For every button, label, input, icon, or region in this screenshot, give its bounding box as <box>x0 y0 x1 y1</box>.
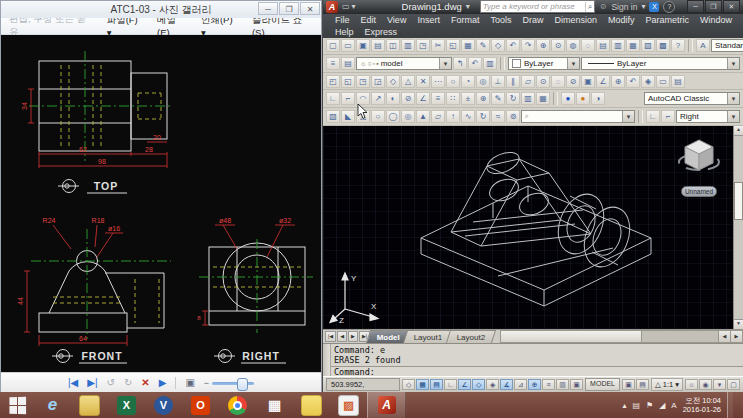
horizontal-scrollbar[interactable]: ◀ ▶ <box>500 330 743 343</box>
tab-first[interactable]: |◀ <box>325 331 336 342</box>
zoom-realtime-icon[interactable]: ⊙ <box>551 39 565 52</box>
snap-center-icon[interactable]: ○ <box>446 75 460 88</box>
status-menu-arrow[interactable]: ▾ <box>713 379 726 390</box>
actual-size-button[interactable]: ▣ <box>185 378 194 388</box>
qat-dropdown[interactable]: ▾ <box>352 2 356 11</box>
tool-palettes-icon[interactable]: ▦ <box>626 39 640 52</box>
chevron-down-icon[interactable]: ▼ <box>439 58 451 69</box>
snap-node-icon[interactable]: ⊙ <box>536 75 550 88</box>
solid-cylinder-icon[interactable]: ◯ <box>386 110 400 123</box>
menu-file[interactable]: File <box>335 15 350 25</box>
draw-order-front-icon[interactable]: ◰ <box>326 75 340 88</box>
signin-arrow-icon[interactable]: ▾ <box>641 2 645 11</box>
draw-order-above-icon[interactable]: ◳ <box>356 75 370 88</box>
menu-modify[interactable]: Modify <box>608 15 635 25</box>
dim-diameter-icon[interactable]: ⊘ <box>401 92 415 105</box>
next-button[interactable]: ▶| <box>87 378 97 388</box>
polysolid-icon[interactable]: ▱ <box>431 110 445 123</box>
minimize-button[interactable]: ─ <box>687 0 704 13</box>
menu-draw[interactable]: Draw <box>522 15 543 25</box>
layer-make-current-icon[interactable]: ↰ <box>453 57 467 70</box>
copy-clip-icon[interactable]: ◱ <box>446 39 460 52</box>
snap-tangent-icon[interactable]: ◎ <box>476 75 490 88</box>
signin-link[interactable]: Sign in <box>611 2 637 12</box>
tray-network[interactable]: ◢ <box>659 401 665 410</box>
sweep-icon[interactable]: ∿ <box>461 110 475 123</box>
match-properties-icon[interactable]: ✎ <box>476 39 490 52</box>
menu-express[interactable]: Express <box>365 27 398 37</box>
ucs-previous-icon[interactable]: ↶ <box>626 75 640 88</box>
block-editor-icon[interactable]: ◇ <box>491 39 505 52</box>
zoom-slider-handle[interactable] <box>237 378 248 391</box>
model-space-canvas[interactable]: Unnamed Y X Z ▲ ▼ <box>323 126 743 330</box>
taskbar-clock[interactable]: 오전 10:04 2016-01-26 <box>683 396 721 414</box>
solid-pyramid-icon[interactable]: ▲ <box>416 110 430 123</box>
snap-perpendicular-icon[interactable]: ⊥ <box>491 75 505 88</box>
scrollbar-thumb[interactable] <box>734 182 743 220</box>
taskbar-hwp[interactable]: ▨ <box>330 392 367 418</box>
save-icon[interactable]: ▣ <box>356 39 370 52</box>
layer-combo[interactable]: ☼○▫▪ model ▼ <box>356 57 452 70</box>
extrude-icon[interactable]: ↑ <box>446 110 460 123</box>
close-button[interactable]: ✕ <box>300 2 320 15</box>
dim-leader-icon[interactable]: ↗ <box>371 92 385 105</box>
status-model-space[interactable]: ▣ <box>622 379 635 390</box>
tab-layout2[interactable]: Layout2 <box>445 330 496 343</box>
menu-insert[interactable]: Insert <box>417 15 440 25</box>
hscrollbar-thumb[interactable] <box>501 331 642 342</box>
materials-icon[interactable]: ◑ <box>591 92 605 105</box>
rotate-right-button[interactable]: ↻ <box>124 378 132 388</box>
style-combo[interactable]: Standard ▼ <box>711 39 743 52</box>
dim-update-icon[interactable]: ↻ <box>506 92 520 105</box>
viewcube[interactable]: Unnamed <box>671 136 727 198</box>
view-ucs-1-icon[interactable]: ∟ <box>646 110 660 123</box>
snap-extension-icon[interactable]: ⋯ <box>431 75 445 88</box>
tab-prev[interactable]: ◀ <box>337 331 347 342</box>
layer-properties-icon[interactable]: ≡ <box>326 57 340 70</box>
new-icon[interactable]: ▢ <box>326 39 340 52</box>
minimize-button[interactable]: ─ <box>258 2 278 15</box>
zoom-slider-track[interactable] <box>212 382 254 385</box>
dim-continue-icon[interactable]: ∷ <box>446 92 460 105</box>
tray-ime[interactable]: A <box>671 401 676 410</box>
zoom-slider[interactable]: − <box>204 379 254 388</box>
start-button[interactable] <box>0 392 34 418</box>
publish-icon[interactable]: ▥ <box>401 39 415 52</box>
taskbar-chrome[interactable] <box>219 392 256 418</box>
chevron-down-icon[interactable]: ▾ <box>675 380 679 390</box>
snap-midpoint-icon[interactable]: △ <box>401 75 415 88</box>
gallery-titlebar[interactable]: ATC1-03 - 사진 갤러리 ─ ❐ ✕ <box>1 1 321 18</box>
layer-states-icon[interactable]: ▤ <box>341 57 355 70</box>
maximize-button[interactable]: ❐ <box>279 2 299 15</box>
zoom-window-icon[interactable]: ◍ <box>566 39 580 52</box>
dim-linear-icon[interactable]: ∟ <box>326 92 340 105</box>
toggle-snap[interactable]: ▦ <box>416 379 429 390</box>
paste-icon[interactable]: ▦ <box>461 39 475 52</box>
menu-tools[interactable]: Tools <box>490 15 511 25</box>
layer-isolate-icon[interactable]: ▥ <box>483 57 497 70</box>
scroll-right-icon[interactable]: ▶ <box>730 331 742 342</box>
dim-tolerance-icon[interactable]: ± <box>461 92 475 105</box>
plot-icon[interactable]: ▤ <box>371 39 385 52</box>
scroll-down-icon[interactable]: ▼ <box>734 319 743 329</box>
autocad-titlebar[interactable]: A ▭▾ Drawing1.dwg ▾ ⌕ ☺ Sign in ▾ X ? ─ … <box>323 0 743 14</box>
dim-style-icon[interactable]: ▥ <box>521 92 535 105</box>
taskbar-office[interactable]: O <box>182 392 219 418</box>
ucs-icon[interactable]: ∠ <box>596 75 610 88</box>
pan-icon[interactable]: ⊕ <box>536 39 550 52</box>
taskbar-ie[interactable]: e <box>34 392 71 418</box>
toggle-tpy[interactable]: ▥ <box>556 379 569 390</box>
tab-next[interactable]: ▶ <box>348 331 358 342</box>
dim-quick-icon[interactable]: ≡ <box>431 92 445 105</box>
union-icon[interactable]: ⊚ <box>506 110 520 123</box>
chevron-down-icon[interactable]: ▼ <box>727 58 739 69</box>
osnap-settings-icon[interactable]: ▣ <box>581 75 595 88</box>
rotate-left-button[interactable]: ↺ <box>107 378 115 388</box>
snap-none-icon[interactable]: ⊘ <box>566 75 580 88</box>
snap-insertion-icon[interactable]: ▱ <box>521 75 535 88</box>
toggle-lwt[interactable]: ≡ <box>542 379 555 390</box>
viewcube-icon[interactable] <box>676 136 722 176</box>
tray-flag[interactable]: ⚑ <box>646 401 653 410</box>
annotation-scale-control[interactable]: △ 1:1 ▾ <box>651 378 683 391</box>
solid-box-icon[interactable]: ▧ <box>326 110 340 123</box>
